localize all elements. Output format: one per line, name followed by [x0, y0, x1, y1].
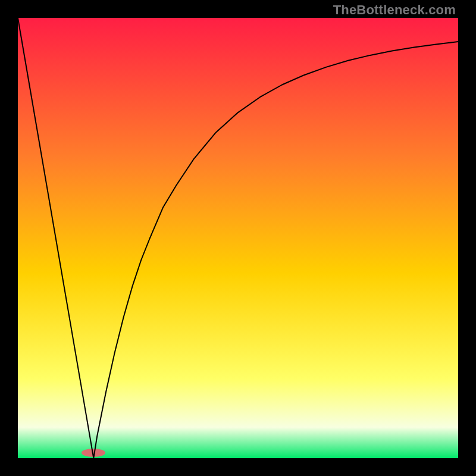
outer-frame: TheBottleneck.com — [0, 0, 476, 476]
gradient-background — [18, 18, 458, 458]
chart-svg — [18, 18, 458, 458]
plot-area — [18, 18, 458, 458]
watermark-text: TheBottleneck.com — [333, 2, 456, 18]
